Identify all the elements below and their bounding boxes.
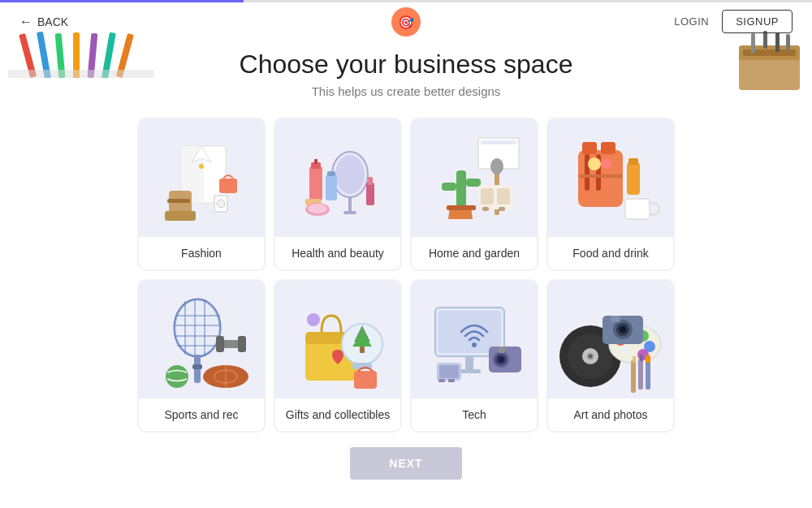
art-photos-label: Art and photos: [548, 398, 673, 431]
svg-rect-55: [497, 188, 510, 204]
svg-rect-96: [360, 347, 365, 353]
svg-rect-131: [640, 355, 643, 361]
logo: 🎯: [390, 6, 422, 38]
svg-rect-62: [585, 154, 590, 191]
svg-point-85: [166, 365, 188, 388]
svg-rect-28: [219, 179, 237, 193]
home-garden-illustration: [412, 119, 537, 237]
svg-rect-105: [458, 369, 481, 373]
svg-point-52: [490, 158, 503, 174]
svg-rect-49: [466, 179, 481, 187]
svg-rect-110: [499, 347, 505, 353]
svg-rect-10: [743, 50, 796, 56]
svg-rect-128: [631, 360, 636, 393]
nav-actions: LOGIN SIGNUP: [674, 10, 793, 33]
category-card-sports-rec[interactable]: Sports and rec: [137, 279, 266, 433]
svg-rect-113: [438, 379, 445, 382]
svg-rect-112: [439, 365, 459, 378]
svg-point-27: [217, 200, 225, 208]
svg-rect-23: [165, 211, 196, 221]
main-content: Choose your business space This helps us…: [0, 43, 812, 480]
signup-button[interactable]: SIGNUP: [722, 10, 793, 33]
tech-illustration: [412, 281, 537, 398]
svg-point-109: [498, 356, 504, 363]
tech-label: Tech: [412, 398, 537, 431]
home-garden-label: Home and garden: [412, 237, 537, 269]
svg-point-98: [307, 313, 320, 326]
svg-rect-38: [327, 171, 335, 176]
next-button[interactable]: NEXT: [350, 447, 461, 480]
svg-rect-114: [448, 379, 455, 382]
svg-point-103: [472, 342, 477, 347]
svg-rect-64: [578, 174, 623, 178]
svg-rect-138: [611, 316, 620, 322]
food-drink-label: Food and drink: [548, 237, 673, 269]
svg-point-21: [199, 164, 204, 169]
svg-rect-132: [646, 360, 650, 390]
svg-point-127: [621, 346, 629, 354]
svg-rect-47: [456, 170, 466, 207]
category-card-home-garden[interactable]: Home and garden: [410, 118, 538, 271]
svg-rect-129: [633, 356, 636, 363]
svg-rect-60: [582, 142, 597, 154]
category-card-fashion[interactable]: Fashion: [137, 118, 266, 271]
login-button[interactable]: LOGIN: [674, 15, 709, 28]
svg-rect-65: [627, 162, 640, 195]
health-beauty-illustration: [275, 119, 400, 237]
back-button[interactable]: ← BACK: [19, 15, 68, 29]
svg-rect-24: [167, 199, 190, 203]
category-card-art-photos[interactable]: Art and photos: [546, 279, 675, 433]
food-drink-illustration: [548, 119, 673, 237]
svg-rect-41: [368, 177, 373, 185]
svg-rect-37: [326, 174, 337, 200]
svg-point-43: [308, 204, 327, 213]
gifts-collectibles-label: Gifts and collectibles: [275, 398, 400, 431]
svg-rect-133: [646, 355, 650, 363]
svg-rect-34: [309, 166, 322, 200]
svg-point-31: [335, 155, 365, 194]
svg-rect-50: [447, 205, 476, 210]
svg-rect-54: [481, 188, 494, 204]
fashion-illustration: [139, 119, 264, 237]
svg-rect-84: [238, 336, 246, 352]
category-grid: Fashion: [137, 118, 675, 433]
art-photos-illustration: [548, 281, 673, 398]
category-card-health-beauty[interactable]: Health and beauty: [274, 118, 402, 271]
svg-rect-66: [628, 158, 638, 165]
category-card-food-drink[interactable]: Food and drink: [546, 118, 675, 271]
svg-rect-56: [482, 207, 489, 211]
back-arrow-icon: ←: [19, 15, 32, 29]
category-card-tech[interactable]: Tech: [410, 279, 538, 433]
svg-point-69: [602, 159, 611, 169]
svg-rect-48: [442, 183, 456, 191]
back-label: BACK: [37, 15, 68, 28]
svg-point-68: [588, 157, 601, 170]
svg-rect-57: [499, 207, 505, 211]
svg-rect-7: [8, 70, 154, 78]
svg-point-137: [620, 326, 626, 333]
category-card-gifts-collectibles[interactable]: Gifts and collectibles: [274, 279, 402, 433]
svg-rect-83: [216, 336, 224, 352]
sports-rec-illustration: [139, 281, 264, 398]
page-title: Choose your business space: [240, 50, 573, 80]
svg-text:🎯: 🎯: [398, 15, 414, 30]
svg-rect-104: [465, 356, 473, 371]
health-beauty-label: Health and beauty: [275, 237, 400, 269]
bottom-bar: NEXT: [350, 447, 461, 480]
navbar: ← BACK 🎯 LOGIN SIGNUP: [0, 0, 812, 43]
svg-rect-130: [638, 359, 643, 390]
svg-rect-99: [354, 371, 377, 389]
sports-rec-label: Sports and rec: [139, 398, 264, 431]
svg-rect-46: [481, 140, 516, 144]
page-subtitle: This helps us create better designs: [312, 84, 501, 98]
svg-rect-61: [601, 142, 615, 154]
svg-rect-33: [343, 211, 356, 214]
svg-rect-67: [625, 199, 650, 219]
svg-point-72: [175, 299, 220, 356]
svg-rect-36: [314, 159, 317, 164]
gifts-collectibles-illustration: [275, 281, 400, 398]
svg-rect-81: [192, 364, 202, 369]
svg-rect-40: [366, 183, 374, 205]
fashion-label: Fashion: [139, 237, 264, 269]
svg-point-120: [589, 355, 592, 358]
